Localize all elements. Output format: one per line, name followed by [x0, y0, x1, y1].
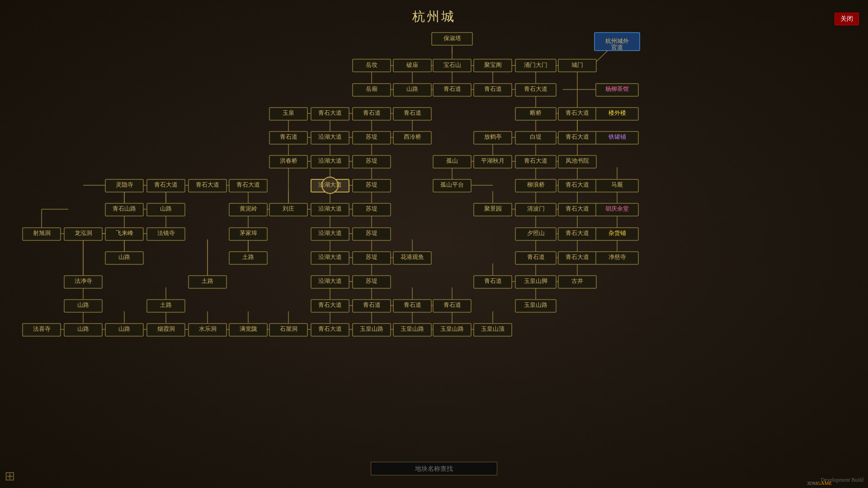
svg-text:西冷桥: 西冷桥 — [404, 133, 421, 140]
svg-text:净慈寺: 净慈寺 — [609, 253, 626, 260]
svg-text:青石大道: 青石大道 — [524, 85, 547, 92]
svg-text:土路: 土路 — [242, 253, 254, 260]
svg-text:苏堤: 苏堤 — [366, 277, 377, 284]
svg-text:青石大道: 青石大道 — [566, 205, 589, 212]
svg-text:古井: 古井 — [571, 277, 583, 284]
svg-text:山路: 山路 — [160, 205, 172, 212]
svg-text:沿湖大道: 沿湖大道 — [318, 157, 342, 164]
svg-text:沿湖大道: 沿湖大道 — [318, 133, 342, 140]
svg-text:洪春桥: 洪春桥 — [280, 157, 297, 164]
svg-text:玉泉: 玉泉 — [283, 109, 294, 116]
svg-text:青石大道: 青石大道 — [318, 301, 342, 308]
svg-text:苏堤: 苏堤 — [366, 253, 377, 260]
svg-text:刘庄: 刘庄 — [283, 205, 294, 212]
svg-text:烟霞洞: 烟霞洞 — [157, 325, 175, 332]
svg-text:苏堤: 苏堤 — [366, 133, 377, 140]
svg-text:苏堤: 苏堤 — [366, 205, 377, 212]
svg-text:山路: 山路 — [77, 301, 89, 308]
svg-text:青石道: 青石道 — [443, 85, 461, 92]
svg-text:青石道: 青石道 — [443, 301, 461, 308]
svg-text:平湖秋月: 平湖秋月 — [481, 157, 505, 164]
svg-text:土路: 土路 — [202, 277, 213, 284]
svg-text:孤山: 孤山 — [446, 157, 458, 164]
svg-text:青石大道: 青石大道 — [566, 181, 589, 188]
svg-text:法净寺: 法净寺 — [75, 277, 92, 284]
svg-text:飞来峰: 飞来峰 — [116, 230, 133, 236]
svg-text:山路: 山路 — [77, 325, 89, 332]
svg-text:玉皇山路: 玉皇山路 — [360, 325, 383, 332]
svg-text:城门: 城门 — [571, 61, 583, 68]
svg-text:杂货铺: 杂货铺 — [609, 230, 626, 236]
svg-text:青石道: 青石道 — [280, 133, 297, 140]
svg-text:满觉陇: 满觉陇 — [240, 325, 257, 332]
svg-text:青石大道: 青石大道 — [318, 109, 342, 116]
svg-text:青石大道: 青石大道 — [566, 109, 589, 116]
svg-text:沿湖大道: 沿湖大道 — [318, 181, 342, 188]
svg-text:青石道: 青石道 — [363, 301, 381, 308]
svg-text:灵隐寺: 灵隐寺 — [116, 181, 133, 188]
svg-text:白堤: 白堤 — [530, 133, 542, 140]
svg-text:聚宝阁: 聚宝阁 — [484, 61, 502, 68]
svg-text:苏堤: 苏堤 — [366, 181, 377, 188]
site-logo: 3DMGAME — [807, 480, 832, 486]
svg-text:黄泥岭: 黄泥岭 — [240, 205, 257, 212]
search-input[interactable] — [371, 462, 497, 475]
svg-text:楼外楼: 楼外楼 — [609, 109, 626, 116]
svg-text:青石大道: 青石大道 — [566, 133, 589, 140]
svg-text:花港观鱼: 花港观鱼 — [401, 253, 424, 260]
svg-text:苏堤: 苏堤 — [366, 230, 377, 236]
svg-text:山路: 山路 — [406, 85, 418, 92]
svg-text:青石大道: 青石大道 — [524, 157, 547, 164]
svg-text:杭州城外: 杭州城外 — [605, 38, 629, 44]
svg-text:岳廟: 岳廟 — [366, 85, 377, 92]
svg-text:龙泓洞: 龙泓洞 — [75, 230, 92, 236]
svg-text:断桥: 断桥 — [530, 109, 542, 116]
map-canvas: 杭州城外 官道 保淑塔 岳坟 破庙 宝石山 聚宝阁 涌门大门 城门 岳廟 山路 … — [0, 0, 868, 488]
svg-text:涌门大门: 涌门大门 — [524, 61, 547, 68]
svg-text:夕照山: 夕照山 — [527, 230, 545, 236]
svg-text:青石大道: 青石大道 — [236, 181, 260, 188]
svg-text:杨柳茶馆: 杨柳茶馆 — [605, 85, 629, 92]
svg-text:胡庆余堂: 胡庆余堂 — [605, 205, 629, 212]
svg-text:沿湖大道: 沿湖大道 — [318, 277, 342, 284]
svg-text:马厩: 马厩 — [611, 181, 623, 188]
svg-text:凤池书院: 凤池书院 — [566, 157, 589, 164]
svg-text:青石大道: 青石大道 — [566, 253, 589, 260]
svg-text:孤山平台: 孤山平台 — [440, 181, 464, 188]
svg-text:铁罐铺: 铁罐铺 — [608, 133, 626, 140]
svg-text:法喜寺: 法喜寺 — [33, 325, 51, 332]
svg-text:官道: 官道 — [611, 44, 623, 51]
svg-text:青石大道: 青石大道 — [318, 325, 342, 332]
svg-text:玉皇山脚: 玉皇山脚 — [524, 277, 547, 284]
svg-text:聚景园: 聚景园 — [484, 205, 502, 212]
svg-text:沿湖大道: 沿湖大道 — [318, 253, 342, 260]
svg-text:射旭洞: 射旭洞 — [33, 230, 51, 236]
svg-text:玉皇山路: 玉皇山路 — [440, 325, 464, 332]
svg-text:青石大道: 青石大道 — [154, 181, 178, 188]
svg-text:清波门: 清波门 — [527, 205, 545, 212]
svg-text:宝石山: 宝石山 — [443, 61, 461, 68]
svg-text:玉皇山路: 玉皇山路 — [401, 325, 424, 332]
corner-icon: ⊞ — [5, 469, 15, 483]
svg-text:青石大道: 青石大道 — [566, 230, 589, 236]
svg-text:山路: 山路 — [118, 325, 130, 332]
svg-text:玉皇山路: 玉皇山路 — [524, 301, 547, 308]
svg-text:破庙: 破庙 — [406, 61, 418, 68]
svg-text:土路: 土路 — [160, 301, 172, 308]
svg-text:青石大道: 青石大道 — [196, 181, 219, 188]
svg-text:青石道: 青石道 — [363, 109, 381, 116]
svg-text:保淑塔: 保淑塔 — [443, 35, 461, 42]
svg-text:青石道: 青石道 — [404, 301, 421, 308]
svg-text:青石道: 青石道 — [484, 85, 502, 92]
svg-text:青石道: 青石道 — [404, 109, 421, 116]
svg-text:水乐洞: 水乐洞 — [199, 325, 217, 332]
svg-text:玉皇山顶: 玉皇山顶 — [481, 325, 505, 332]
svg-text:沿湖大道: 沿湖大道 — [318, 230, 342, 236]
svg-text:放鹤亭: 放鹤亭 — [484, 133, 502, 140]
svg-text:柳浪桥: 柳浪桥 — [527, 181, 545, 188]
svg-text:苏堤: 苏堤 — [366, 157, 377, 164]
svg-text:岳坟: 岳坟 — [366, 61, 377, 68]
svg-text:石屋洞: 石屋洞 — [280, 325, 297, 332]
svg-text:青石道: 青石道 — [527, 253, 545, 260]
svg-text:青石山路: 青石山路 — [113, 205, 136, 212]
